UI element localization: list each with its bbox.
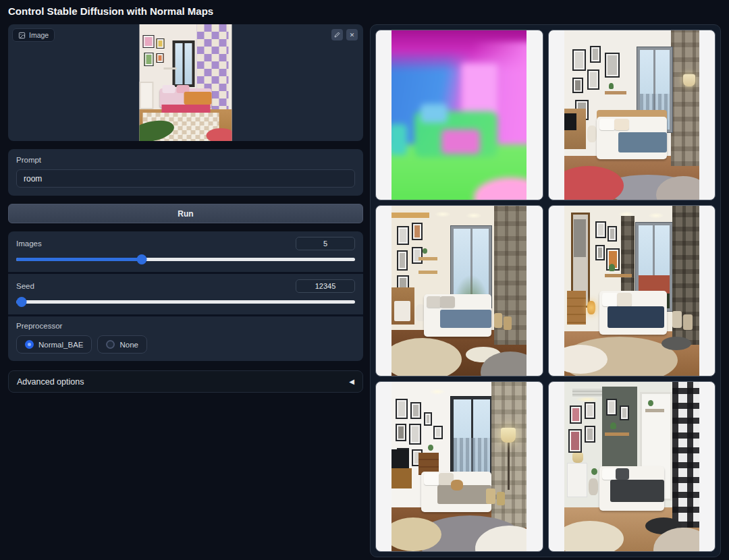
clear-image-button[interactable]: ✕ bbox=[346, 29, 358, 40]
generated-room-image bbox=[564, 382, 699, 551]
edit-image-button[interactable] bbox=[331, 29, 343, 40]
preprocessor-row: Preprocessor Normal_BAE None bbox=[8, 314, 363, 361]
images-value-input[interactable]: 5 bbox=[296, 237, 355, 250]
radio-unselected-icon bbox=[106, 340, 115, 349]
seed-row: Seed 12345 bbox=[8, 272, 363, 314]
slider-fill bbox=[16, 258, 142, 261]
page-title: Control Stable Diffusion with Normal Map… bbox=[8, 5, 721, 17]
generated-room-image bbox=[392, 206, 526, 375]
image-input-label: Image bbox=[12, 28, 55, 42]
generated-room-image bbox=[392, 382, 526, 551]
slider-track[interactable] bbox=[16, 300, 355, 304]
image-input[interactable]: Image ✕ bbox=[8, 24, 363, 141]
gallery-item-2[interactable] bbox=[548, 30, 716, 200]
image-input-label-text: Image bbox=[29, 31, 49, 39]
preprocessor-label: Preprocessor bbox=[16, 322, 355, 330]
generated-room-image bbox=[564, 206, 699, 375]
preprocessor-options: Normal_BAE None bbox=[16, 335, 355, 354]
images-slider[interactable] bbox=[16, 254, 355, 264]
radio-normal-bae[interactable]: Normal_BAE bbox=[16, 335, 92, 354]
app-root: Control Stable Diffusion with Normal Map… bbox=[0, 0, 729, 560]
normal-map-image bbox=[392, 30, 526, 200]
seed-value-input[interactable]: 12345 bbox=[296, 279, 355, 293]
run-button[interactable]: Run bbox=[8, 204, 363, 223]
controls-column: Image ✕ bbox=[8, 24, 363, 393]
chevron-left-icon: ◀ bbox=[349, 378, 354, 385]
images-row: Images 5 bbox=[8, 231, 363, 272]
seed-label: Seed bbox=[16, 282, 34, 290]
images-label: Images bbox=[16, 240, 42, 248]
advanced-options-label: Advanced options bbox=[17, 377, 84, 387]
image-toolbar: ✕ bbox=[331, 29, 358, 40]
output-gallery bbox=[370, 24, 721, 557]
gallery-item-6[interactable] bbox=[548, 381, 716, 552]
advanced-options-accordion[interactable]: Advanced options ◀ bbox=[8, 370, 363, 393]
parameters-form: Images 5 Seed 12345 bbox=[8, 231, 363, 361]
radio-selected-icon bbox=[25, 340, 34, 349]
slider-thumb[interactable] bbox=[16, 297, 26, 307]
radio-none[interactable]: None bbox=[97, 335, 147, 354]
gallery-grid bbox=[375, 30, 716, 552]
gallery-item-3[interactable] bbox=[375, 205, 543, 376]
prompt-input[interactable] bbox=[16, 169, 355, 188]
gallery-item-4[interactable] bbox=[548, 205, 716, 376]
uploaded-room-image bbox=[140, 24, 232, 141]
prompt-block: Prompt bbox=[8, 149, 363, 196]
gallery-item-1[interactable] bbox=[375, 30, 543, 200]
image-icon bbox=[18, 32, 26, 39]
main-columns: Image ✕ bbox=[8, 24, 721, 557]
output-column bbox=[370, 24, 721, 557]
generated-room-image bbox=[564, 30, 699, 200]
prompt-label: Prompt bbox=[16, 156, 355, 164]
seed-slider[interactable] bbox=[16, 297, 355, 307]
slider-thumb[interactable] bbox=[136, 254, 146, 264]
gallery-item-5[interactable] bbox=[375, 381, 543, 552]
